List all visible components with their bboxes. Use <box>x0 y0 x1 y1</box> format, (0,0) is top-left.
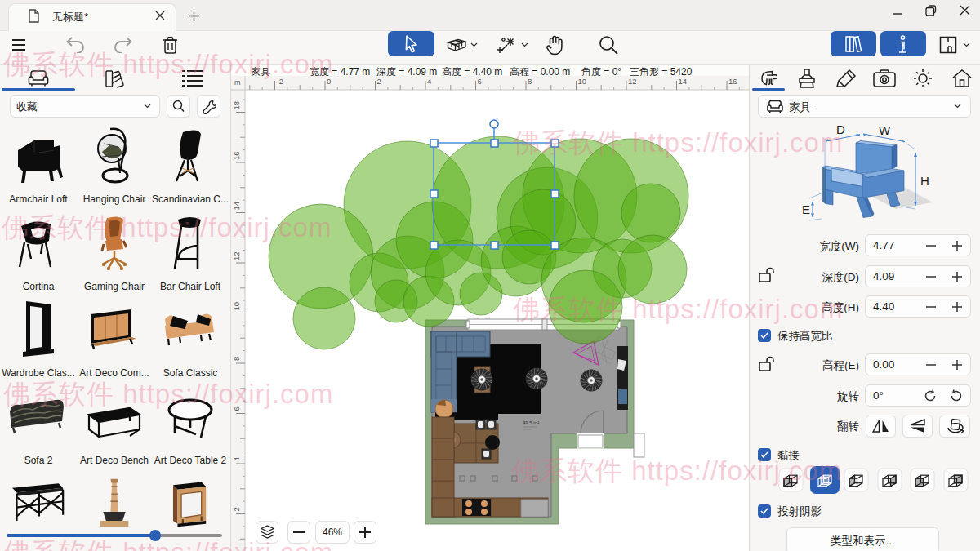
svg-text:-2: -2 <box>277 77 283 86</box>
svg-text:10: 10 <box>578 77 587 86</box>
svg-text:16: 16 <box>728 77 737 86</box>
svg-text:12: 12 <box>232 251 241 260</box>
svg-text:0: 0 <box>327 77 331 86</box>
svg-text:49.5 m²: 49.5 m² <box>523 420 539 425</box>
svg-text:6: 6 <box>478 77 482 86</box>
svg-text:2: 2 <box>232 507 241 511</box>
svg-text:6: 6 <box>232 407 241 411</box>
svg-text:18: 18 <box>232 101 241 110</box>
svg-text:4: 4 <box>232 457 241 461</box>
svg-text:2: 2 <box>377 77 381 86</box>
svg-text:14: 14 <box>679 77 688 86</box>
svg-text:16: 16 <box>232 151 241 160</box>
svg-text:14: 14 <box>232 202 241 211</box>
svg-text:12: 12 <box>628 77 637 86</box>
svg-text:8: 8 <box>232 357 241 361</box>
svg-text:10: 10 <box>232 302 241 311</box>
svg-text:8: 8 <box>528 77 532 86</box>
svg-text:4: 4 <box>427 77 431 86</box>
svg-text:m: m <box>234 78 241 87</box>
